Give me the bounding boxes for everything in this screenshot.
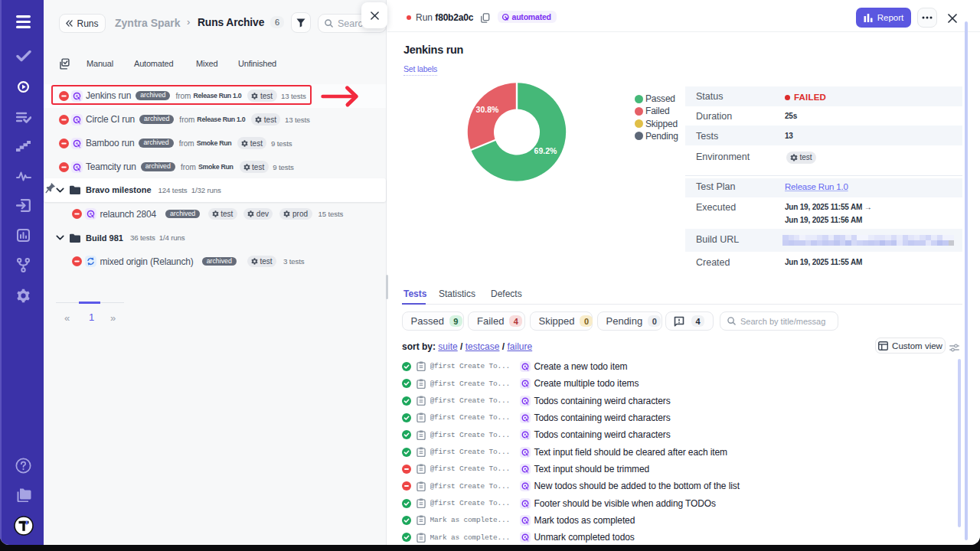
svg-text:69.2%: 69.2% [534,146,557,155]
svg-text:30.8%: 30.8% [475,105,498,114]
